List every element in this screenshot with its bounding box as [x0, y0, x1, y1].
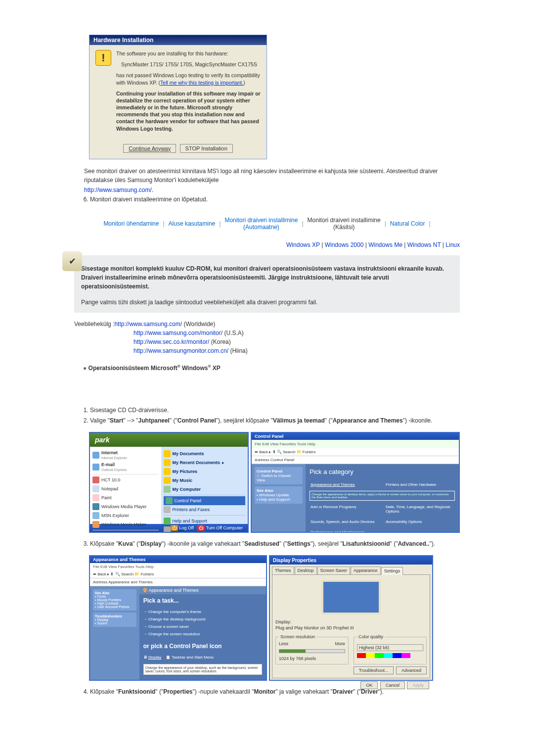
- continue-anyway-button[interactable]: Continue Anyway: [123, 144, 176, 153]
- step-1: Sisestage CD CD-draiverisse.: [90, 406, 460, 415]
- dialog-text: The software you are installing for this…: [116, 50, 261, 136]
- section-tabs: Monitori ühendamine| Aluse kasutamine| M…: [74, 211, 460, 236]
- checkmark-clipboard-icon: ✔: [62, 251, 82, 271]
- link-xp[interactable]: Windows XP: [286, 241, 320, 248]
- tab-connect[interactable]: Monitori ühendamine: [103, 220, 159, 227]
- tab-stand[interactable]: Aluse kasutamine: [169, 220, 216, 227]
- start-menu-screenshot: park InternetInternet Explorer E-mailOut…: [89, 432, 249, 533]
- link-sec-kr[interactable]: http://www.sec.co.kr/monitor/: [134, 338, 209, 345]
- link-w2k[interactable]: Windows 2000: [325, 241, 364, 248]
- link-samsung-cn[interactable]: http://www.samsungmonitor.com.cn/: [134, 347, 228, 354]
- tab-driver-auto[interactable]: Monitori draiveri installimine(Automaatn…: [224, 217, 298, 231]
- link-samsung-ww[interactable]: http://www.samsung.com/: [114, 321, 182, 328]
- info-box: ✔ Sisestage monitori komplekti kuuluv CD…: [74, 255, 460, 313]
- download-links: Veebilehekülg :http://www.samsung.com/ (…: [74, 320, 460, 355]
- heading-windows-xp: Operatsioonisüsteem Microsoft® Windows® …: [83, 364, 460, 372]
- display-properties-screenshot: Display Properties Themes Desktop Screen…: [269, 555, 433, 681]
- body-text-1: See monitori draiver on atesteerimist ki…: [84, 167, 460, 185]
- os-links: Windows XP | Windows 2000 | Windows Me |…: [74, 241, 460, 248]
- link-wnt[interactable]: Windows NT: [407, 241, 441, 248]
- link-samsung-us[interactable]: http://www.samsung.com/monitor/: [134, 330, 222, 336]
- logo-testing-link[interactable]: Tell me why this testing is important.: [160, 80, 243, 86]
- hardware-installation-dialog: Hardware Installation ! The software you…: [89, 35, 267, 159]
- tab-driver-manual[interactable]: Monitori draiveri installimine(Käsitsi): [308, 217, 381, 231]
- tab-natural-color[interactable]: Natural Color: [390, 220, 425, 227]
- control-panel-screenshot: Control Panel File Edit View Favorites T…: [251, 432, 460, 533]
- warning-icon: !: [95, 50, 111, 66]
- appearance-themes-screenshot: Appearance and Themes File Edit View Fav…: [89, 555, 267, 681]
- dialog-title: Hardware Installation: [89, 35, 267, 45]
- step-6: Monitori draiveri installeerimine on lõp…: [90, 195, 460, 204]
- link-linux[interactable]: Linux: [445, 241, 460, 248]
- step-3: Klõpsake "Kuva" ("Display") -ikoonile ja…: [90, 540, 460, 548]
- step-2: Valige "Start" --> "Juhtpaneel" ("Contro…: [90, 417, 460, 425]
- samsung-home-link[interactable]: http://www.samsung.com/: [84, 187, 152, 193]
- link-wme[interactable]: Windows Me: [368, 241, 402, 248]
- stop-installation-button[interactable]: STOP Installation: [180, 144, 233, 153]
